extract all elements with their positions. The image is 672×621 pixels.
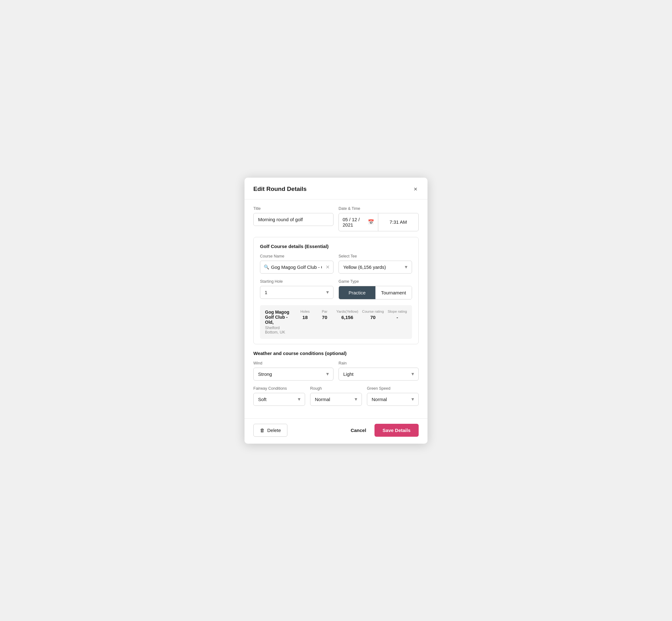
practice-button[interactable]: Practice — [339, 286, 375, 299]
rain-wrapper: Light ▼ — [339, 368, 419, 380]
search-icon: 🔍 — [264, 264, 269, 270]
delete-label: Delete — [267, 427, 281, 433]
course-info-location: Shelford Bottom, UK — [265, 326, 293, 334]
date-part[interactable]: 05 / 12 / 2021 📅 — [339, 213, 378, 231]
modal-body: Title Date & Time 05 / 12 / 2021 📅 7:31 … — [245, 199, 427, 418]
game-type-toggle: Practice Tournament — [339, 286, 412, 299]
datetime-group: Date & Time 05 / 12 / 2021 📅 7:31 AM — [339, 206, 419, 231]
wind-label: Wind — [253, 361, 333, 365]
weather-section-title: Weather and course conditions (optional) — [253, 350, 419, 356]
wind-input[interactable]: Strong — [253, 368, 333, 380]
modal-footer: 🗑 Delete Cancel Save Details — [245, 418, 427, 444]
starting-hole-label: Starting Hole — [260, 279, 333, 284]
par-stat: Par 70 — [317, 309, 333, 320]
course-rating-label: Course rating — [362, 309, 384, 313]
course-info-name-text: Gog Magog Golf Club - Old, — [265, 309, 293, 325]
time-part[interactable]: 7:31 AM — [378, 213, 419, 231]
golf-course-section: Golf Course details (Essential) Course N… — [253, 237, 419, 344]
title-input[interactable] — [253, 213, 333, 226]
green-speed-wrapper: Normal ▼ — [367, 393, 419, 406]
close-button[interactable]: × — [412, 184, 419, 194]
trash-icon: 🗑 — [260, 427, 265, 433]
edit-round-modal: Edit Round Details × Title Date & Time 0… — [245, 178, 427, 444]
rough-label: Rough — [310, 386, 362, 391]
select-tee-label: Select Tee — [339, 254, 412, 258]
course-search-wrapper: 🔍 ✕ — [260, 261, 333, 274]
course-rating-stat: Course rating 70 — [362, 309, 384, 320]
holes-stat: Holes 18 — [297, 309, 313, 320]
holes-value: 18 — [302, 315, 308, 320]
clear-icon[interactable]: ✕ — [326, 264, 330, 270]
starting-hole-wrapper: 1 ▼ — [260, 286, 333, 299]
course-tee-row: Course Name 🔍 ✕ Select Tee Yellow (6,156… — [260, 254, 412, 274]
date-value: 05 / 12 / 2021 — [343, 217, 365, 227]
title-datetime-row: Title Date & Time 05 / 12 / 2021 📅 7:31 … — [253, 206, 419, 231]
hole-gametype-row: Starting Hole 1 ▼ Game Type Practice Tou… — [260, 279, 412, 299]
select-tee-group: Select Tee Yellow (6,156 yards) ▼ — [339, 254, 412, 274]
course-name-input[interactable] — [260, 261, 333, 274]
weather-section: Weather and course conditions (optional)… — [253, 350, 419, 406]
rain-input[interactable]: Light — [339, 368, 419, 380]
rain-group: Rain Light ▼ — [339, 361, 419, 380]
time-value: 7:31 AM — [390, 219, 407, 225]
par-label: Par — [322, 309, 328, 313]
green-speed-label: Green Speed — [367, 386, 419, 391]
wind-group: Wind Strong ▼ — [253, 361, 333, 380]
game-type-label: Game Type — [339, 279, 412, 284]
course-name-label: Course Name — [260, 254, 333, 258]
yards-value: 6,156 — [341, 315, 353, 320]
rain-label: Rain — [339, 361, 419, 365]
fairway-rough-green-row: Fairway Conditions Soft ▼ Rough Normal — [253, 386, 419, 406]
course-rating-value: 70 — [370, 315, 376, 320]
datetime-label: Date & Time — [339, 206, 419, 211]
rough-group: Rough Normal ▼ — [310, 386, 362, 406]
calendar-icon: 📅 — [368, 219, 374, 225]
par-value: 70 — [322, 315, 328, 320]
footer-right: Cancel Save Details — [348, 424, 419, 437]
rough-wrapper: Normal ▼ — [310, 393, 362, 406]
rough-input[interactable]: Normal — [310, 393, 362, 406]
slope-rating-stat: Slope rating - — [388, 309, 407, 320]
date-time-group: 05 / 12 / 2021 📅 7:31 AM — [339, 213, 419, 231]
wind-wrapper: Strong ▼ — [253, 368, 333, 380]
cancel-button[interactable]: Cancel — [348, 424, 369, 436]
course-name-group: Course Name 🔍 ✕ — [260, 254, 333, 274]
save-button[interactable]: Save Details — [375, 424, 419, 437]
green-speed-input[interactable]: Normal — [367, 393, 419, 406]
fairway-group: Fairway Conditions Soft ▼ — [253, 386, 305, 406]
course-info-box: Gog Magog Golf Club - Old, Shelford Bott… — [260, 305, 412, 339]
starting-hole-group: Starting Hole 1 ▼ — [260, 279, 333, 299]
yards-stat: Yards(Yellow) 6,156 — [336, 309, 359, 320]
slope-rating-value: - — [396, 315, 398, 320]
yards-label: Yards(Yellow) — [336, 309, 359, 313]
select-tee-input[interactable]: Yellow (6,156 yards) — [339, 261, 412, 274]
tournament-button[interactable]: Tournament — [375, 286, 412, 299]
title-group: Title — [253, 206, 333, 231]
fairway-wrapper: Soft ▼ — [253, 393, 305, 406]
modal-title: Edit Round Details — [253, 185, 307, 193]
wind-rain-row: Wind Strong ▼ Rain Light ▼ — [253, 361, 419, 380]
course-info-name: Gog Magog Golf Club - Old, Shelford Bott… — [265, 309, 293, 334]
game-type-group: Game Type Practice Tournament — [339, 279, 412, 299]
select-tee-wrapper: Yellow (6,156 yards) ▼ — [339, 261, 412, 274]
starting-hole-input[interactable]: 1 — [260, 286, 333, 299]
holes-label: Holes — [300, 309, 309, 313]
fairway-label: Fairway Conditions — [253, 386, 305, 391]
slope-rating-label: Slope rating — [388, 309, 407, 313]
golf-section-title: Golf Course details (Essential) — [260, 244, 412, 249]
title-label: Title — [253, 206, 333, 211]
modal-header: Edit Round Details × — [245, 178, 427, 199]
delete-button[interactable]: 🗑 Delete — [253, 424, 287, 437]
green-speed-group: Green Speed Normal ▼ — [367, 386, 419, 406]
fairway-input[interactable]: Soft — [253, 393, 305, 406]
